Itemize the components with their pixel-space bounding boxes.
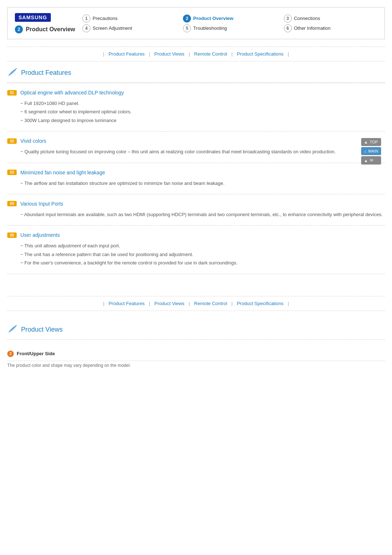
main-label: MAIN <box>368 149 379 153</box>
nav-num-2: 2 <box>183 15 191 23</box>
feature-item-04: 04 Various Input Ports − Abundant input … <box>7 194 385 225</box>
nav-label-6: Other Information <box>294 25 331 31</box>
product-views-section: Product Views 2 Front/Upper Side The pro… <box>0 318 392 375</box>
content-area: 01 Optical engine with advanced DLP tech… <box>0 83 392 274</box>
feature-content-04: − Abundant input terminals are available… <box>7 210 385 219</box>
feature-content-02: − Quality picture tuning focused on impr… <box>7 147 385 156</box>
front-badge-circle: 2 <box>7 351 14 357</box>
feature-item-02: 02 Vivid colors − Quality picture tuning… <box>7 131 385 162</box>
feature-heading-01: Optical engine with advanced DLP technol… <box>20 90 124 96</box>
feature-heading-04: Various Input Ports <box>20 201 63 207</box>
front-side-label: Front/Upper Side <box>17 351 55 356</box>
bottom-sub-nav-pipe-3: | <box>231 301 232 306</box>
nav-num-6: 6 <box>284 24 292 32</box>
nav-item-troubleshooting[interactable]: 5 Troubleshooting <box>183 24 276 32</box>
nav-label-4: Screen Adjustment <box>93 25 132 31</box>
sub-nav-link-remote-control[interactable]: Remote Control <box>194 51 227 57</box>
feature-content-03: − The airflow and fan installation struc… <box>7 179 385 187</box>
nav-item-other-information[interactable]: 6 Other Information <box>284 24 377 32</box>
bottom-sub-nav-pipe-1: | <box>149 301 150 306</box>
feature-content-01: − Full 1920×1080 HD panel. − 6 segment c… <box>7 99 385 125</box>
product-overview-badge: 2 Product Overview <box>15 25 75 33</box>
nav-num-5: 5 <box>183 24 191 32</box>
product-views-heading: Product Views <box>0 318 392 339</box>
views-spacer <box>0 340 392 347</box>
feature-badge-04: 04 <box>7 201 17 206</box>
nav-label-2: Product Overview <box>193 16 233 21</box>
nav-item-connections[interactable]: 3 Connections <box>284 15 377 23</box>
feature-heading-02: Vivid colors <box>20 138 46 144</box>
nav-item-screen-adjustment[interactable]: 4 Screen Adjustment <box>82 24 176 32</box>
nav-num-1: 1 <box>82 15 90 23</box>
feature-bullet-04-1: − Abundant input terminals are available… <box>20 210 385 219</box>
features-bottom-separator <box>7 274 385 274</box>
logo-area: SAMSUNG 2 Product Overview <box>15 13 75 33</box>
product-views-title: Product Views <box>21 326 63 333</box>
product-features-title: Product Features <box>21 69 71 77</box>
prev-arrow-icon: ▲ <box>364 158 368 163</box>
bottom-sub-nav-link-product-specs[interactable]: Product Specifications <box>237 301 283 306</box>
bottom-sub-nav-separator-bottom <box>7 311 385 311</box>
feature-item-01: 01 Optical engine with advanced DLP tech… <box>7 83 385 131</box>
product-views-leaf-icon <box>7 324 17 336</box>
feature-bullet-05-2: − The unit has a reference pattern that … <box>20 250 385 259</box>
sub-nav-pipe-2: | <box>189 51 190 57</box>
feature-badge-02: 02 <box>7 138 17 144</box>
sub-nav-top: | Product Features | Product Views | Rem… <box>0 47 392 61</box>
nav-num-3: 3 <box>284 15 292 23</box>
feature-title-04: 04 Various Input Ports <box>7 201 385 207</box>
front-side-badge: 2 Front/Upper Side <box>0 347 392 361</box>
nav-label-1: Precautions <box>93 16 118 21</box>
top-arrow-icon: ▲ <box>364 140 368 144</box>
sub-nav-separator-end: | <box>288 51 289 57</box>
sub-nav-pipe-3: | <box>231 51 232 57</box>
top-label: TOP <box>370 140 378 144</box>
product-views-note: The product color and shape may vary dep… <box>0 361 392 375</box>
samsung-logo: SAMSUNG <box>15 13 51 22</box>
spacer <box>0 274 392 296</box>
nav-grid: 1 Precautions 2 Product Overview 3 Conne… <box>82 15 377 32</box>
sub-nav-separator-1: | <box>103 51 104 57</box>
feature-badge-05: 05 <box>7 232 17 238</box>
bottom-sub-nav-link-product-views[interactable]: Product Views <box>154 301 184 306</box>
prev-button[interactable]: ▲ ✉ <box>361 156 381 165</box>
nav-label-3: Connections <box>294 16 320 21</box>
product-features-heading: Product Features <box>0 61 392 82</box>
nav-item-product-overview[interactable]: 2 Product Overview <box>183 15 276 23</box>
feature-heading-05: User adjustments <box>20 232 60 238</box>
main-button[interactable]: ⌂ MAIN <box>361 147 381 155</box>
side-nav: ▲ TOP ⌂ MAIN ▲ ✉ <box>361 138 381 165</box>
feature-bullet-03-1: − The airflow and fan installation struc… <box>20 179 385 187</box>
bottom-sub-nav-separator-end: | <box>288 301 289 306</box>
feature-bullet-01-2: − 6 segment color wheel to implement opt… <box>20 108 385 116</box>
header: SAMSUNG 2 Product Overview 1 Precautions… <box>7 7 385 39</box>
feature-content-05: − This unit allows adjustment of each in… <box>7 242 385 267</box>
sub-nav-pipe-1: | <box>149 51 150 57</box>
feature-heading-03: Minimized fan noise and light leakage <box>20 170 105 175</box>
bottom-sub-nav-link-remote-control[interactable]: Remote Control <box>194 301 227 306</box>
section-number-badge: 2 <box>15 25 23 33</box>
sub-nav-link-product-features[interactable]: Product Features <box>109 51 145 57</box>
feature-bullet-02-1: − Quality picture tuning focused on impr… <box>20 147 385 156</box>
feature-item-05: 05 User adjustments − This unit allows a… <box>7 225 385 274</box>
feature-item-03: 03 Minimized fan noise and light leakage… <box>7 163 385 194</box>
leaf-icon <box>7 67 17 79</box>
section-title: Product Overview <box>26 26 75 33</box>
feature-badge-01: 01 <box>7 90 17 96</box>
sub-nav-link-product-specs[interactable]: Product Specifications <box>237 51 283 57</box>
feature-bullet-01-3: − 300W Lamp designed to improve luminanc… <box>20 116 385 125</box>
feature-title-02: 02 Vivid colors <box>7 138 385 144</box>
feature-bullet-01-1: − Full 1920×1080 HD panel. <box>20 99 385 108</box>
nav-item-precautions[interactable]: 1 Precautions <box>82 15 176 23</box>
sub-nav-link-product-views[interactable]: Product Views <box>154 51 184 57</box>
bottom-sub-nav-separator-1: | <box>103 301 104 306</box>
prev-icon: ✉ <box>370 158 373 163</box>
bottom-sub-nav-link-product-features[interactable]: Product Features <box>109 301 145 306</box>
feature-bullet-05-3: − For the user's convenience, a backligh… <box>20 259 385 267</box>
feature-badge-03: 03 <box>7 170 17 175</box>
bottom-sub-nav-pipe-2: | <box>189 301 190 306</box>
feature-title-03: 03 Minimized fan noise and light leakage <box>7 170 385 175</box>
feature-title-01: 01 Optical engine with advanced DLP tech… <box>7 90 385 96</box>
nav-label-5: Troubleshooting <box>193 25 227 31</box>
top-button[interactable]: ▲ TOP <box>361 138 381 146</box>
